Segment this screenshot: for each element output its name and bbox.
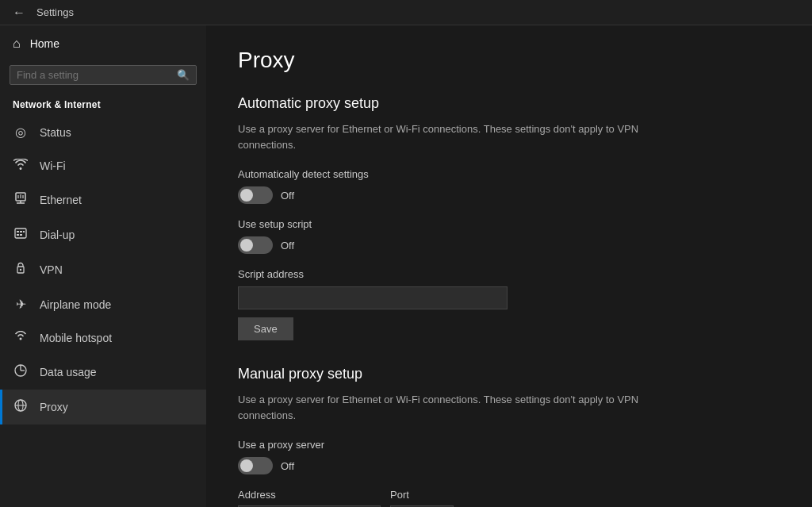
title-bar: ← Settings (0, 0, 812, 25)
port-label: Port (390, 489, 454, 501)
sidebar-item-vpn[interactable]: VPN (0, 252, 206, 287)
page-title: Proxy (238, 48, 780, 73)
automatic-section-description: Use a proxy server for Ethernet or Wi-Fi… (238, 121, 698, 152)
port-field-group: Port (390, 489, 454, 507)
manual-section-description: Use a proxy server for Ethernet or Wi-Fi… (238, 392, 698, 423)
sidebar-item-ethernet[interactable]: Ethernet (0, 182, 206, 217)
sidebar-item-label: Mobile hotspot (40, 332, 112, 344)
use-proxy-toggle[interactable] (238, 457, 273, 474)
sidebar-item-dialup[interactable]: Dial-up (0, 217, 206, 252)
save-button[interactable]: Save (238, 317, 293, 340)
sidebar-search-box: 🔍 (10, 65, 197, 85)
hotspot-icon (13, 331, 29, 345)
detect-settings-label: Automatically detect settings (238, 168, 780, 180)
setup-script-toggle[interactable] (238, 236, 273, 254)
address-label: Address (238, 489, 381, 501)
content-area: Proxy Automatic proxy setup Use a proxy … (206, 25, 812, 507)
manual-section-title: Manual proxy setup (238, 366, 780, 382)
sidebar-item-home[interactable]: ⌂ Home (0, 25, 206, 62)
svg-rect-10 (17, 234, 19, 236)
setup-script-label: Use setup script (238, 218, 780, 230)
sidebar-item-proxy[interactable]: Proxy (0, 390, 206, 424)
dialup-icon (13, 227, 29, 243)
automatic-section-title: Automatic proxy setup (238, 95, 780, 112)
use-proxy-label: Use a proxy server (238, 439, 780, 451)
airplane-icon: ✈ (13, 297, 29, 312)
script-address-label: Script address (238, 268, 780, 280)
sidebar-item-label: Data usage (40, 366, 97, 378)
sidebar: ⌂ Home 🔍 Network & Internet ◎ Status (0, 25, 206, 507)
datausage-icon (13, 364, 29, 380)
svg-rect-9 (23, 231, 25, 232)
sidebar-item-status[interactable]: ◎ Status (0, 115, 206, 149)
sidebar-item-label: Airplane mode (40, 298, 111, 311)
sidebar-item-label: VPN (40, 263, 63, 276)
svg-point-14 (20, 338, 22, 340)
ethernet-icon (13, 192, 29, 208)
svg-point-13 (20, 269, 21, 271)
proxy-icon (13, 399, 29, 415)
use-proxy-state: Off (281, 460, 294, 472)
setup-script-state: Off (281, 240, 294, 252)
svg-rect-11 (20, 234, 22, 236)
home-icon: ⌂ (13, 36, 21, 51)
detect-settings-toggle[interactable] (238, 186, 273, 204)
sidebar-item-label: Wi-Fi (40, 159, 66, 172)
sidebar-item-wifi[interactable]: Wi-Fi (0, 149, 206, 182)
sidebar-item-airplane[interactable]: ✈ Airplane mode (0, 287, 206, 321)
sidebar-section-label: Network & Internet (0, 93, 206, 115)
sidebar-item-label: Ethernet (40, 194, 82, 206)
sidebar-item-label: Status (40, 126, 71, 139)
setup-script-toggle-row: Off (238, 236, 780, 254)
title-bar-label: Settings (36, 6, 74, 18)
sidebar-item-label: Dial-up (40, 229, 75, 241)
sidebar-item-label: Proxy (40, 401, 68, 413)
vpn-icon (13, 262, 29, 278)
toggle-knob (240, 239, 253, 252)
main-layout: ⌂ Home 🔍 Network & Internet ◎ Status (0, 25, 812, 507)
sidebar-item-datausage[interactable]: Data usage (0, 355, 206, 390)
svg-rect-8 (20, 231, 22, 232)
wifi-icon (13, 159, 29, 173)
use-proxy-toggle-row: Off (238, 457, 780, 474)
back-button[interactable]: ← (10, 3, 29, 22)
search-input[interactable] (17, 69, 177, 81)
search-icon: 🔍 (177, 69, 190, 81)
address-field-group: Address (238, 489, 381, 507)
detect-settings-toggle-row: Off (238, 186, 780, 204)
toggle-knob (240, 459, 253, 472)
sidebar-item-hotspot[interactable]: Mobile hotspot (0, 321, 206, 355)
address-port-row: Address Port (238, 489, 780, 507)
toggle-knob (240, 189, 253, 202)
detect-settings-state: Off (281, 190, 294, 202)
home-label: Home (30, 37, 59, 50)
svg-rect-7 (17, 231, 19, 232)
status-icon: ◎ (13, 125, 29, 140)
script-address-input[interactable] (238, 286, 508, 309)
svg-rect-6 (15, 229, 26, 238)
